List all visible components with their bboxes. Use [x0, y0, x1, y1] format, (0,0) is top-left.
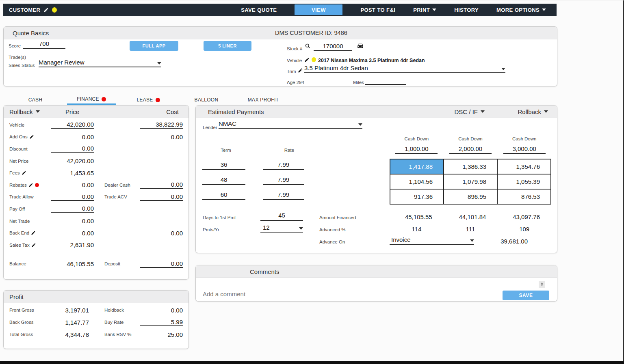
- sales-status-label: Sales Status: [9, 63, 35, 68]
- dsc-if-label: DSC / IF: [454, 108, 478, 115]
- trim-chevron-down-icon: [501, 68, 505, 70]
- payments-rollback-dropdown[interactable]: Rollback: [518, 108, 548, 115]
- trade-allow-input[interactable]: 0.00: [51, 193, 94, 201]
- pmts-per-yr-select[interactable]: 12: [260, 224, 303, 233]
- five-liner-button[interactable]: 5 LINER: [204, 41, 251, 51]
- comment-box-resize-control[interactable]: [539, 281, 545, 288]
- days-to-first-pmt-input[interactable]: 45: [260, 212, 303, 221]
- score-input[interactable]: 700: [23, 40, 65, 49]
- cash-down-header-2: Cash Down: [444, 136, 498, 141]
- trim-edit-pencil-icon[interactable]: [298, 68, 303, 73]
- quote-basics-panel: Quote Basics DMS CUSTOMER ID: 9486 Score…: [3, 26, 557, 86]
- customer-status-yellow-dot: [52, 7, 57, 13]
- rate-input-3[interactable]: 7.99: [263, 191, 304, 200]
- rollback-dropdown[interactable]: Rollback: [9, 108, 40, 115]
- pay-off-input[interactable]: 0.00: [51, 205, 94, 213]
- payment-cell-48-2000[interactable]: 1,079.98: [444, 174, 497, 189]
- profit-title: Profit: [9, 293, 24, 300]
- fees-edit-pencil-icon[interactable]: [22, 170, 26, 175]
- miles-input[interactable]: [365, 78, 406, 85]
- post-to-fi-button[interactable]: POST TO F&I: [360, 7, 395, 13]
- trade-acv-input[interactable]: 0.00: [140, 193, 183, 201]
- customer-edit-pencil-icon[interactable]: [43, 7, 49, 13]
- add-ons-row-label: Add Ons: [9, 134, 28, 139]
- payment-cell-48-1000[interactable]: 1,104.56: [390, 174, 444, 189]
- print-menu-button[interactable]: PRINT: [413, 7, 436, 13]
- vehicle-edit-pencil-icon[interactable]: [304, 57, 310, 62]
- cash-down-header-3: Cash Down: [497, 136, 551, 141]
- payment-matrix: 1,417.88 1,386.33 1,354.76 1,104.56 1,07…: [390, 159, 551, 205]
- payment-cell-36-1000[interactable]: 1,417.88: [390, 159, 444, 174]
- view-button[interactable]: VIEW: [295, 4, 342, 15]
- deposit-input[interactable]: 0.00: [140, 260, 183, 268]
- term-input-2[interactable]: 48: [202, 176, 245, 185]
- payment-cell-60-3000[interactable]: 876.53: [497, 189, 551, 204]
- tab-max-profit[interactable]: MAX PROFIT: [237, 95, 290, 105]
- cash-down-input-3[interactable]: 3,000.00: [503, 145, 546, 154]
- sales-status-select[interactable]: Manager Review: [39, 59, 161, 67]
- vehicle-price-input[interactable]: 42,020.00: [51, 121, 94, 129]
- more-options-chevron-down-icon: [542, 9, 546, 11]
- back-end-cost-value: 0.00: [140, 230, 183, 237]
- dsc-if-dropdown[interactable]: DSC / IF: [454, 108, 485, 115]
- payment-cell-60-2000[interactable]: 896.95: [444, 189, 497, 204]
- payment-cell-60-1000[interactable]: 917.36: [390, 189, 444, 204]
- spinner-down-icon: [541, 284, 543, 286]
- dealer-cash-input[interactable]: 0.00: [140, 181, 183, 189]
- advance-on-select[interactable]: Invoice: [390, 236, 474, 245]
- payment-cell-48-3000[interactable]: 1,055.39: [497, 174, 551, 189]
- stock-number-input[interactable]: 170000: [314, 43, 352, 51]
- vehicle-cost-input[interactable]: 38,822.99: [140, 121, 183, 129]
- trade-allow-row-label: Trade Allow: [9, 194, 48, 199]
- cash-down-input-2[interactable]: 2,000.00: [449, 145, 492, 154]
- dealer-cash-label: Dealer Cash: [104, 183, 139, 187]
- advanced-pct-1: 114: [390, 226, 444, 233]
- term-input-3[interactable]: 60: [202, 191, 245, 200]
- tab-finance-label: FINANCE: [77, 96, 99, 102]
- more-options-menu-button[interactable]: MORE OPTIONS: [496, 7, 546, 13]
- table-row-vehicle: Vehicle 42,020.00 38,822.99: [4, 119, 188, 131]
- add-ons-edit-pencil-icon[interactable]: [29, 134, 34, 139]
- tab-balloon[interactable]: BALLOON: [182, 95, 231, 105]
- customer-button[interactable]: CUSTOMER: [9, 7, 40, 13]
- lender-select[interactable]: NMAC: [219, 120, 362, 129]
- balance-value: 46,105.55: [51, 261, 94, 267]
- payment-cell-36-2000[interactable]: 1,386.33: [444, 159, 497, 174]
- rate-input-2[interactable]: 7.99: [263, 176, 304, 185]
- payment-cell-36-3000[interactable]: 1,354.76: [497, 159, 551, 174]
- vehicle-description: 2017 Nissan Maxima 3.5 Platinum 4dr Seda…: [318, 58, 425, 63]
- term-input-1[interactable]: 36: [202, 161, 245, 170]
- vehicle-label: Vehicle: [287, 58, 302, 63]
- back-end-edit-pencil-icon[interactable]: [31, 230, 36, 235]
- comment-save-button[interactable]: SAVE: [503, 291, 549, 300]
- trim-select[interactable]: 3.5 Platinum 4dr Sedan: [304, 65, 505, 73]
- table-row-net-trade: Net Trade 0.00: [4, 215, 188, 227]
- tab-cash[interactable]: CASH: [11, 95, 60, 105]
- pay-off-row-label: Pay Off: [9, 207, 48, 211]
- history-button[interactable]: HISTORY: [454, 7, 479, 13]
- rate-input-1[interactable]: 7.99: [263, 161, 304, 170]
- rebates-edit-pencil-icon[interactable]: [28, 183, 33, 187]
- miles-label: Miles: [353, 80, 364, 85]
- bank-rsv-value: 25.00: [140, 331, 183, 338]
- age-value: Age 294: [287, 80, 304, 85]
- vehicle-car-icon[interactable]: [356, 42, 364, 50]
- sales-tax-edit-pencil-icon[interactable]: [31, 243, 36, 248]
- buy-rate-input[interactable]: 5.99: [140, 319, 183, 326]
- discount-input[interactable]: 0.00: [51, 145, 94, 153]
- amount-financed-3: 43,097.76: [497, 213, 551, 220]
- rebates-row-label: Rebates: [9, 183, 27, 187]
- amount-financed-label: Amount Financed: [319, 215, 356, 220]
- cash-down-input-1[interactable]: 1,000.00: [395, 145, 438, 154]
- add-ons-cost-value: 0.00: [140, 134, 183, 140]
- full-app-button[interactable]: FULL APP: [130, 41, 178, 51]
- tab-lease[interactable]: LEASE: [124, 95, 173, 105]
- tab-finance[interactable]: FINANCE: [67, 95, 116, 105]
- save-quote-button[interactable]: SAVE QUOTE: [241, 7, 277, 13]
- stock-search-icon[interactable]: [305, 43, 311, 49]
- total-gross-value: 4,344.78: [48, 331, 89, 338]
- amount-financed-2: 44,101.84: [444, 213, 498, 220]
- profit-panel: Profit Front Gross 3,197.01 Holdback 0.0…: [3, 290, 189, 349]
- comment-input[interactable]: [203, 291, 487, 297]
- tab-max-profit-label: MAX PROFIT: [248, 97, 279, 103]
